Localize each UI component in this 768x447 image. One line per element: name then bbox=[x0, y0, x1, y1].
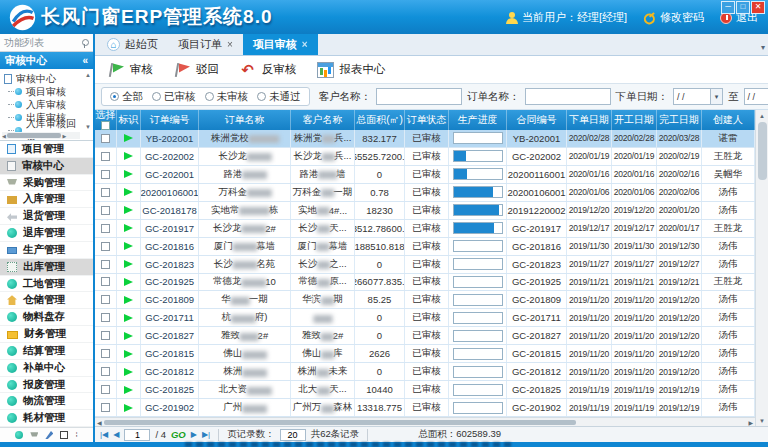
column-header[interactable]: 合同编号 bbox=[507, 110, 567, 130]
sidebar-menu-item[interactable]: 退库管理 bbox=[0, 225, 93, 242]
filter-radio[interactable]: 已审核 bbox=[152, 90, 196, 104]
customer-name-input[interactable] bbox=[376, 88, 462, 105]
table-row[interactable]: GC-201917 长沙龙▆▆▆▆2# 长沙▆▆天... 8512.78600.… bbox=[95, 220, 755, 238]
table-row[interactable]: GC-201812 株洲▆▆▆▆ 株洲▆▆未来 0 已审核 GC-201812 … bbox=[95, 363, 755, 381]
order-name-input[interactable] bbox=[525, 88, 611, 105]
row-checkbox[interactable] bbox=[101, 349, 110, 358]
tree-root-audit-center[interactable]: 审核中心 bbox=[4, 72, 79, 85]
column-header[interactable]: 生产进度 bbox=[449, 110, 507, 130]
toolbar-button[interactable]: 驳回 bbox=[173, 62, 219, 78]
filter-radio[interactable]: 全部 bbox=[110, 90, 143, 104]
table-row[interactable]: GC-202001 路港▆▆▆▆ 路港▆▆▆墙 0 已审核 2020011600… bbox=[95, 166, 755, 184]
order-date-from-input[interactable]: / /▾ bbox=[673, 88, 723, 105]
tab[interactable]: ⌂ 起始页 bbox=[97, 34, 168, 55]
select-all-checkbox[interactable] bbox=[101, 121, 110, 130]
table-row[interactable]: GC-201823 长沙▆▆▆▆名苑 长沙▆▆之... 0 已审核 GC-201… bbox=[95, 256, 755, 274]
table-row[interactable]: 20200106001 万科金▆▆▆▆ 万科金▆▆一期 0.78 已审核 202… bbox=[95, 184, 755, 202]
pin-icon[interactable] bbox=[81, 39, 89, 47]
tab-close-icon[interactable]: × bbox=[302, 39, 308, 50]
row-checkbox[interactable] bbox=[101, 242, 110, 251]
sidebar-footer-icon[interactable] bbox=[60, 431, 68, 439]
table-row[interactable]: GC-201825 北大资▆▆▆▆ 北大▆▆天... 10440 已审核 GC-… bbox=[95, 381, 755, 399]
scrollbar-thumb[interactable] bbox=[758, 122, 767, 180]
row-checkbox[interactable] bbox=[101, 206, 110, 215]
sidebar-menu-item[interactable]: 出库管理 bbox=[0, 259, 93, 276]
toolbar-button[interactable]: ↶ 反审核 bbox=[239, 62, 297, 78]
tab[interactable]: 项目订单 × bbox=[168, 34, 243, 55]
toolbar-button[interactable]: 报表中心 bbox=[317, 62, 386, 78]
table-row[interactable]: YB-202001 株洲党校▆▆▆▆▆ 株洲党▆▆兵... 832.177 已审… bbox=[95, 130, 755, 148]
table-row[interactable]: GC-201816 厦门▆▆▆▆幕墙 厦门▆▆幕墙 188510.818 已审核… bbox=[95, 238, 755, 256]
tree-item[interactable]: 项目审核 bbox=[4, 85, 79, 98]
row-checkbox[interactable] bbox=[101, 260, 110, 269]
scroll-up-icon[interactable]: ▲ bbox=[759, 110, 765, 121]
scrollbar-thumb[interactable] bbox=[104, 420, 576, 425]
scroll-right-icon[interactable]: ▶ bbox=[748, 419, 753, 426]
scroll-down-icon[interactable]: ▼ bbox=[759, 415, 765, 426]
row-checkbox[interactable] bbox=[101, 277, 110, 286]
sidebar-menu-item[interactable]: 退货管理 bbox=[0, 208, 93, 225]
sidebar-menu-item[interactable]: 耗材管理 bbox=[0, 410, 93, 427]
table-row[interactable]: GC-201711 杭▆▆▆▆府) ▆▆▆ 0 已审核 GC-201711 20… bbox=[95, 309, 755, 327]
tab-close-icon[interactable]: × bbox=[227, 39, 233, 50]
scroll-left-icon[interactable]: ◀ bbox=[2, 133, 6, 139]
row-checkbox[interactable] bbox=[101, 170, 110, 179]
tree-horizontal-scrollbar[interactable]: ◀ ▶ bbox=[2, 132, 80, 139]
last-page-button[interactable]: ▶| bbox=[202, 430, 210, 440]
change-password-button[interactable]: 修改密码 bbox=[643, 10, 704, 25]
sidebar-menu-item[interactable]: 生产管理 bbox=[0, 242, 93, 259]
column-header[interactable]: 完工日期 bbox=[657, 110, 702, 130]
tree-item[interactable]: 入库审核 bbox=[4, 98, 79, 111]
row-checkbox[interactable] bbox=[101, 152, 110, 161]
sidebar-menu-item[interactable]: 补单中心 bbox=[0, 360, 93, 377]
row-checkbox[interactable] bbox=[101, 134, 110, 143]
go-button[interactable]: GO bbox=[171, 429, 186, 440]
row-checkbox[interactable] bbox=[101, 188, 110, 197]
table-row[interactable]: GC-201809 华▆▆▆一期 华滨▆▆期 85.25 已审核 GC-2018… bbox=[95, 291, 755, 309]
table-row[interactable]: GC-201815 佛山▆▆▆▆ 佛山▆▆库 2626 已审核 GC-20181… bbox=[95, 345, 755, 363]
sidebar-footer-icon[interactable] bbox=[30, 431, 38, 439]
sidebar-menu-item[interactable]: 采购管理 bbox=[0, 175, 93, 192]
sidebar-menu-item[interactable]: 物流管理 bbox=[0, 393, 93, 410]
row-checkbox[interactable] bbox=[101, 331, 110, 340]
row-checkbox[interactable] bbox=[101, 224, 110, 233]
table-row[interactable]: GC-201925 常德龙▆▆▆▆10 常德▆▆原... 266077.835.… bbox=[95, 274, 755, 292]
column-header[interactable]: 订单名称 bbox=[199, 110, 291, 130]
next-page-button[interactable]: ▶ bbox=[191, 430, 197, 440]
tab[interactable]: 项目审核 × bbox=[243, 34, 318, 55]
row-checkbox[interactable] bbox=[101, 367, 110, 376]
row-checkbox[interactable] bbox=[101, 385, 110, 394]
row-checkbox[interactable] bbox=[101, 295, 110, 304]
toolbar-button[interactable]: 审核 bbox=[107, 62, 153, 78]
row-checkbox[interactable] bbox=[101, 313, 110, 322]
sidebar-menu-item[interactable]: 物料盘存 bbox=[0, 309, 93, 326]
page-size-input[interactable] bbox=[280, 429, 306, 441]
first-page-button[interactable]: |◀ bbox=[100, 430, 108, 440]
tab-overflow-icon[interactable]: ▾ bbox=[761, 43, 765, 52]
sidebar-menu-item[interactable]: 结算管理 bbox=[0, 343, 93, 360]
sidebar-menu-item[interactable]: 入库管理 bbox=[0, 191, 93, 208]
table-row[interactable]: GC-2018178 实地常▆▆▆▆▆栋 实地▆▆4#... 18230 已审核… bbox=[95, 202, 755, 220]
column-header[interactable]: 选择 bbox=[95, 110, 117, 130]
scrollbar-thumb[interactable] bbox=[7, 133, 62, 138]
page-number-input[interactable] bbox=[124, 429, 150, 441]
sidebar-footer-icon[interactable] bbox=[15, 431, 23, 439]
table-row[interactable]: GC-201902 广州▆▆▆▆ 广州万▆▆森林 13318.775 已审核 G… bbox=[95, 399, 755, 417]
sidebar-menu-item[interactable]: 财务管理 bbox=[0, 326, 93, 343]
tree-scroll-down-icon[interactable]: ▼ bbox=[85, 124, 91, 130]
column-header[interactable]: 客户名称 bbox=[291, 110, 355, 130]
filter-radio[interactable]: 未审核 bbox=[205, 90, 249, 104]
sidebar-menu-item[interactable]: 项目管理 bbox=[0, 141, 93, 158]
sidebar-menu-item[interactable]: 报废管理 bbox=[0, 377, 93, 394]
filter-radio[interactable]: 未通过 bbox=[257, 90, 301, 104]
vertical-scrollbar[interactable]: ▲ ▼ bbox=[755, 110, 768, 426]
column-header[interactable]: 订单编号 bbox=[141, 110, 199, 130]
sidebar-menu-item[interactable]: 仓储管理 bbox=[0, 292, 93, 309]
sidebar-footer-icon[interactable] bbox=[45, 431, 53, 439]
maximize-button[interactable]: □ bbox=[736, 1, 750, 14]
prev-page-button[interactable]: ◀ bbox=[113, 430, 119, 440]
collapse-icon[interactable]: « bbox=[82, 55, 88, 66]
sidebar-menu-item[interactable]: 工地管理 bbox=[0, 276, 93, 293]
horizontal-scrollbar[interactable]: ◀ ▶ bbox=[95, 417, 755, 426]
close-button[interactable]: ✕ bbox=[751, 1, 765, 14]
